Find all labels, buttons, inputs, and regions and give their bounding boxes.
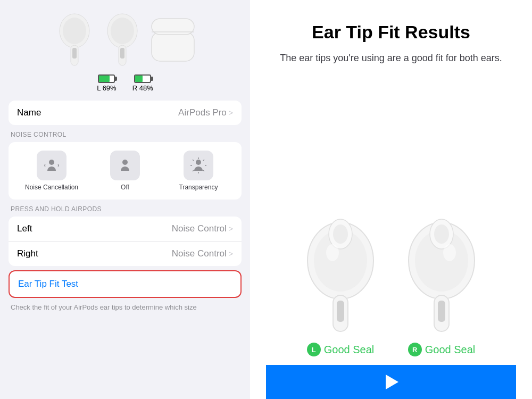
press-hold-left-chevron: > (229, 225, 233, 233)
right-battery-fill (135, 76, 142, 82)
right-airpod-large-icon (399, 218, 484, 335)
press-hold-header-text: PRESS AND HOLD AIRPODS (11, 205, 102, 213)
press-hold-left-value-text: Noise Control (172, 223, 227, 234)
left-panel: L 69% R 48% Name AirPods Pro > NOISE CON… (0, 0, 250, 399)
svg-line-19 (203, 170, 204, 171)
noise-transparency-icon-wrap (184, 151, 213, 180)
noise-control-header: NOISE CONTROL (9, 129, 242, 139)
left-battery-bar (98, 74, 115, 83)
ear-tip-label: Ear Tip Fit Test (18, 279, 232, 289)
right-airpod-unit: R Good Seal (399, 218, 484, 356)
noise-off-label: Off (121, 184, 129, 191)
case-icon (149, 16, 197, 64)
right-panel: Ear Tip Fit Results The ear tips you're … (250, 0, 532, 399)
svg-rect-34 (438, 301, 445, 322)
noise-control-options: Noise Cancellation Off (17, 151, 233, 191)
svg-rect-27 (337, 301, 344, 322)
svg-line-18 (193, 160, 194, 161)
noise-option-off[interactable]: Off (90, 151, 160, 191)
right-battery: R 48% (132, 74, 153, 92)
airpods-hero (0, 0, 250, 74)
noise-off-icon-wrap (110, 151, 140, 180)
airpods-pair: L Good Seal (298, 81, 484, 356)
name-row-label: Name (17, 107, 41, 118)
noise-cancellation-label: Noise Cancellation (25, 184, 78, 191)
svg-point-5 (111, 18, 134, 44)
noise-cancellation-icon (43, 157, 60, 174)
left-battery: L 69% (97, 74, 116, 92)
press-hold-right-value: Noise Control > (172, 248, 233, 259)
svg-point-25 (333, 225, 348, 244)
left-airpod-unit: L Good Seal (298, 218, 383, 356)
press-hold-right-value-text: Noise Control (172, 248, 227, 259)
battery-section: L 69% R 48% (97, 74, 153, 92)
noise-control-header-text: NOISE CONTROL (11, 131, 66, 138)
svg-point-32 (434, 225, 449, 244)
press-hold-right-row[interactable]: Right Noise Control > (9, 242, 242, 266)
svg-rect-7 (120, 48, 124, 59)
press-hold-left-label: Left (17, 223, 32, 234)
right-battery-bar (134, 74, 151, 83)
left-airpod-icon (53, 11, 96, 69)
right-seal-circle: R (408, 343, 422, 356)
press-hold-right-chevron: > (229, 250, 233, 258)
name-row-chevron: > (229, 109, 233, 117)
left-airpod-image (298, 218, 383, 337)
svg-point-28 (326, 244, 339, 261)
press-hold-left-row[interactable]: Left Noise Control > (9, 217, 242, 242)
noise-transparency-icon (190, 157, 207, 174)
svg-point-11 (49, 160, 54, 165)
left-battery-fill (99, 76, 109, 82)
press-hold-left-value: Noise Control > (172, 223, 233, 234)
fit-results-title: Ear Tip Fit Results (312, 21, 470, 43)
noise-control-box: Noise Cancellation Off (9, 142, 242, 200)
right-seal-badge: R Good Seal (408, 343, 476, 356)
svg-rect-3 (72, 48, 77, 59)
ear-tip-description-wrap: Check the fit of your AirPods ear tips t… (9, 298, 242, 317)
press-hold-right-label: Right (17, 248, 38, 259)
svg-line-21 (193, 170, 194, 171)
play-button[interactable] (266, 365, 516, 399)
ear-tip-section: Ear Tip Fit Test Check the fit of your A… (9, 270, 242, 317)
right-seal-text: Good Seal (425, 344, 476, 356)
noise-off-icon (117, 157, 134, 174)
name-row-value-text: AirPods Pro (178, 107, 227, 118)
noise-option-transparency[interactable]: Transparency (164, 151, 233, 191)
svg-point-13 (196, 160, 201, 165)
left-seal-text: Good Seal (324, 344, 375, 356)
left-airpod-large-icon (298, 218, 383, 335)
right-airpod-image (399, 218, 484, 337)
name-row-value: AirPods Pro > (178, 107, 233, 118)
left-seal-badge: L Good Seal (307, 343, 375, 356)
ear-tip-row[interactable]: Ear Tip Fit Test (9, 270, 242, 298)
press-hold-list: Left Noise Control > Right Noise Control… (9, 217, 242, 266)
svg-point-35 (443, 244, 456, 261)
ear-tip-description: Check the fit of your AirPods ear tips t… (11, 303, 197, 311)
name-row[interactable]: Name AirPods Pro > (9, 101, 242, 125)
left-battery-label: L 69% (97, 84, 116, 92)
svg-point-1 (63, 18, 86, 44)
right-airpod-icon (101, 11, 144, 69)
left-seal-circle: L (307, 343, 321, 356)
svg-point-12 (122, 160, 128, 165)
svg-rect-8 (152, 32, 194, 61)
press-hold-header: PRESS AND HOLD AIRPODS (9, 204, 242, 213)
noise-cancellation-icon-wrap (37, 151, 66, 180)
fit-results-description: The ear tips you're using are a good fit… (280, 52, 502, 65)
noise-transparency-label: Transparency (179, 184, 218, 191)
svg-line-20 (203, 160, 204, 161)
right-battery-label: R 48% (132, 84, 153, 92)
name-settings-list: Name AirPods Pro > (9, 101, 242, 125)
play-triangle-icon (386, 375, 398, 389)
noise-option-cancellation[interactable]: Noise Cancellation (17, 151, 86, 191)
